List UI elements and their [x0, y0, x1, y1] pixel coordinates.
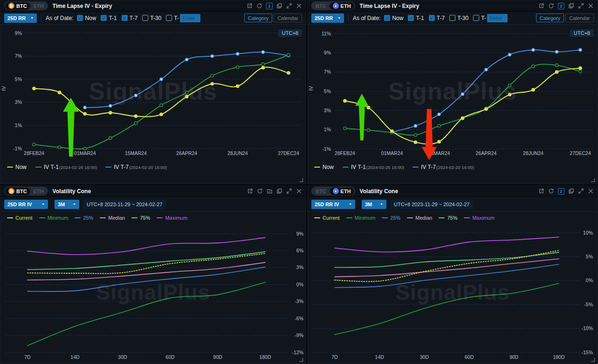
calendar-button[interactable]: Calendar	[565, 13, 594, 22]
asset-tab-eth[interactable]: ETH	[30, 188, 47, 195]
checkbox-t1[interactable]: T-1	[101, 15, 117, 21]
chevron-down-icon: ▼	[30, 16, 34, 20]
duplicate-icon[interactable]	[568, 3, 574, 9]
calendar-button[interactable]: Calendar	[274, 13, 302, 22]
checkbox-now[interactable]: Now	[77, 15, 96, 21]
legend-item[interactable]: Maximum	[157, 215, 187, 221]
refresh-icon[interactable]	[548, 3, 554, 9]
legend-item[interactable]: Current	[314, 215, 340, 221]
open-in-new-icon[interactable]	[247, 188, 253, 194]
resize-handle[interactable]	[591, 178, 595, 182]
open-in-new-icon[interactable]	[538, 3, 544, 9]
legend-item[interactable]: Maximum	[464, 215, 495, 221]
resize-handle[interactable]	[591, 358, 595, 362]
duplicate-icon[interactable]	[276, 188, 282, 194]
legend-item[interactable]: Now	[7, 164, 27, 170]
checkbox-t-custom[interactable]: T-	[473, 15, 486, 21]
asset-tab-btc[interactable]: ₿ BTC	[5, 188, 30, 195]
legend-dash	[7, 167, 13, 168]
legend-item[interactable]: Median	[407, 215, 432, 221]
date-range: UTC+8 2023-11-29 ~ 2024-02-27	[83, 200, 166, 209]
close-icon[interactable]	[588, 188, 594, 194]
legend-item[interactable]: IV T-1(2024-02-26 16:00)	[35, 164, 97, 170]
expand-icon[interactable]	[286, 188, 292, 194]
svg-text:28FEB24: 28FEB24	[24, 150, 44, 156]
checkbox-t1[interactable]: T-1	[408, 15, 424, 21]
chart-canvas[interactable]: 9%6%3%0%-3%-6%-9%-12%7D14D30D60D90D180D	[0, 224, 306, 362]
legend-item[interactable]: 75%	[131, 215, 150, 221]
legend-item[interactable]: Now	[314, 164, 334, 170]
legend-item[interactable]: Median	[100, 215, 125, 221]
category-button[interactable]: Category	[536, 13, 564, 22]
svg-text:-15%: -15%	[581, 350, 593, 355]
chart-canvas[interactable]: 11%9%7%5%3%1%-1%28FEB2401MAR2415MAR2426A…	[308, 25, 598, 160]
btc-icon: ₿	[8, 188, 14, 194]
checkbox-t7[interactable]: T-7	[122, 15, 137, 21]
metric-dropdown[interactable]: 25D RR▼	[311, 13, 344, 23]
resize-handle[interactable]	[299, 178, 303, 182]
legend-item[interactable]: IV T-7(2024-02-20 16:00)	[412, 164, 474, 170]
custom-date-input[interactable]: Enter	[487, 14, 508, 22]
legend-item[interactable]: Minimum	[346, 215, 376, 221]
chart-canvas[interactable]: 10%5%0%-5%-10%-15%7D14D30D60D90D180D	[308, 224, 598, 362]
legend-item[interactable]: Current	[7, 215, 33, 221]
asset-tab-btc[interactable]: ₿ BTC	[5, 2, 30, 10]
tenor-dropdown[interactable]: 3M▼	[55, 200, 79, 209]
legend-item[interactable]: 75%	[439, 215, 457, 221]
svg-text:90D: 90D	[213, 354, 222, 360]
close-icon[interactable]	[296, 3, 302, 9]
window-count-badge[interactable]: 1	[266, 3, 273, 9]
utc-badge: UTC+8	[278, 29, 302, 37]
open-in-new-icon[interactable]	[538, 188, 544, 194]
toolbar: 25D RR IV▼ 3M▼ UTC+8 2023-11-29 ~ 2024-0…	[0, 197, 306, 212]
checkbox-t30[interactable]: T-30	[449, 15, 468, 21]
open-in-new-icon[interactable]	[247, 3, 253, 9]
checkbox-now[interactable]: Now	[384, 15, 403, 21]
checkbox-t-custom[interactable]: T-	[166, 15, 179, 21]
expand-icon[interactable]	[578, 188, 584, 194]
checkbox-t30[interactable]: T-30	[142, 15, 161, 21]
close-icon[interactable]	[588, 3, 594, 9]
window-count-badge[interactable]: 2	[558, 3, 564, 9]
resize-handle[interactable]	[299, 358, 303, 362]
toolbar: 25D RR▼ As of Date: Now T-1 T-7 T-30 T- …	[308, 12, 598, 25]
legend-item[interactable]: Minimum	[39, 215, 69, 221]
toolbar: 25D RR IV▼ 3M▼ UTC+8 2023-11-29 ~ 2024-0…	[308, 197, 598, 212]
svg-text:14D: 14D	[70, 354, 80, 360]
svg-text:90D: 90D	[509, 354, 519, 360]
checkbox-t7[interactable]: T-7	[429, 15, 445, 21]
window-count-badge[interactable]: 2	[558, 188, 564, 195]
expand-icon[interactable]	[578, 3, 584, 9]
legend-item[interactable]: 25%	[382, 215, 400, 221]
metric-dropdown[interactable]: 25D RR▼	[4, 13, 37, 23]
asset-tab-btc[interactable]: BTC	[312, 188, 330, 195]
svg-text:7D: 7D	[24, 354, 31, 360]
refresh-icon[interactable]	[548, 188, 554, 194]
folder-icon[interactable]	[267, 188, 273, 194]
legend-item[interactable]: IV T-7(2024-02-20 16:00)	[105, 164, 167, 170]
metric-dropdown[interactable]: 25D RR IV▼	[311, 200, 355, 209]
custom-date-input[interactable]: Enter	[180, 14, 200, 22]
asset-tab-eth[interactable]: ♦ ETH	[330, 2, 354, 10]
asset-tab-btc[interactable]: BTC	[312, 2, 330, 10]
asset-tab-eth[interactable]: ETH	[30, 2, 47, 10]
legend-item[interactable]: 25%	[75, 215, 93, 221]
svg-text:15MAR24: 15MAR24	[125, 150, 147, 156]
refresh-icon[interactable]	[257, 188, 263, 194]
tenor-dropdown[interactable]: 3M▼	[362, 200, 386, 209]
as-of-date-label: As of Date:	[46, 15, 73, 21]
chart-canvas[interactable]: 9%7%5%3%1%-1%28FEB2401MAR2415MAR2426APR2…	[0, 25, 306, 160]
close-icon[interactable]	[296, 188, 302, 194]
expand-icon[interactable]	[286, 3, 292, 9]
duplicate-icon[interactable]	[276, 3, 282, 9]
svg-text:0%: 0%	[296, 282, 303, 287]
refresh-icon[interactable]	[256, 3, 262, 9]
svg-text:-10%: -10%	[581, 325, 593, 331]
duplicate-icon[interactable]	[568, 188, 574, 194]
asset-label: ETH	[341, 189, 351, 194]
metric-dropdown[interactable]: 25D RR IV▼	[4, 200, 48, 209]
asset-tab-eth[interactable]: ♦ ETH	[330, 188, 354, 195]
category-button[interactable]: Category	[244, 13, 273, 22]
svg-text:6%: 6%	[296, 248, 303, 253]
legend-item[interactable]: IV T-1(2024-02-26 16:00)	[343, 164, 404, 170]
